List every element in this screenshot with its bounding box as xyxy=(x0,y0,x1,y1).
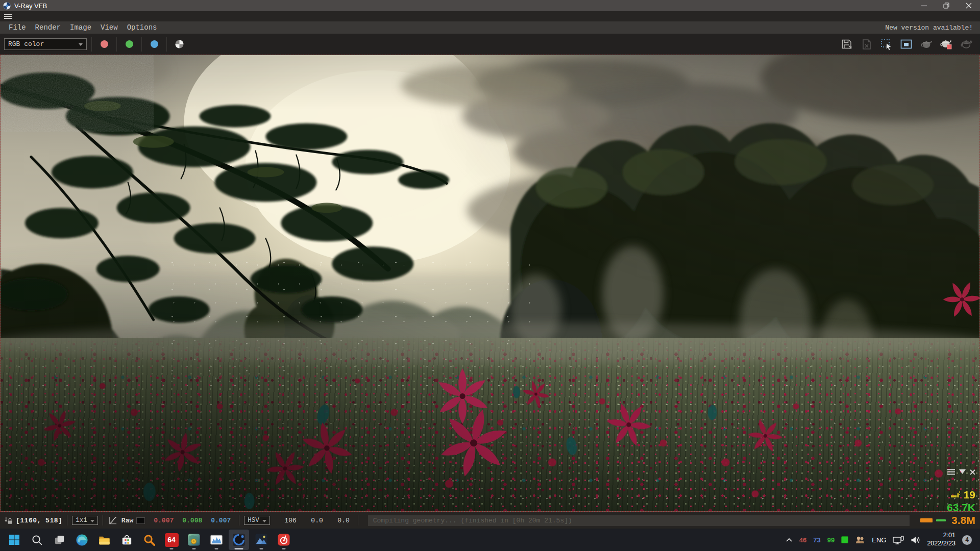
menu-render[interactable]: Render xyxy=(31,23,65,32)
orange-magnifier-icon xyxy=(143,534,156,546)
menu-file[interactable]: File xyxy=(4,23,31,32)
windows-taskbar: 64 xyxy=(0,529,980,551)
system-tray: 46 73 99 ENG 2:01 2022/2/23 4 xyxy=(786,532,976,547)
stats-close-icon[interactable] xyxy=(970,469,975,475)
monitor-app-button[interactable] xyxy=(206,530,227,550)
channel-select-value: RGB color xyxy=(8,40,44,48)
taskbar-clock[interactable]: 2:01 2022/2/23 xyxy=(927,532,955,547)
cinema4d-icon xyxy=(232,533,246,546)
blue-channel-icon xyxy=(151,40,158,48)
stats-meter-icon xyxy=(951,491,960,498)
search-tool-button[interactable] xyxy=(139,530,159,550)
stats-row-3: 3.8M xyxy=(920,514,975,527)
title-bar: V-Ray VFB xyxy=(0,0,980,11)
raw-green-value: 0.008 xyxy=(181,517,202,524)
teapot-disabled-icon xyxy=(920,39,933,50)
task-view-icon xyxy=(54,534,65,546)
pixel-coordinates: [1160, 518] xyxy=(16,517,62,524)
clock-time: 2:01 xyxy=(927,532,955,540)
task-view-button[interactable] xyxy=(49,530,69,550)
menu-view[interactable]: View xyxy=(96,23,122,32)
minimize-button[interactable] xyxy=(913,0,935,11)
badge-app-icon xyxy=(187,533,201,546)
stats-row-1: 19 xyxy=(951,488,975,501)
interactive-render-button[interactable] xyxy=(959,37,973,51)
vray-vfb-window: V-Ray VFB File Render Image View Options… xyxy=(0,0,980,551)
save-disabled-button[interactable] xyxy=(860,37,873,51)
chevron-down-icon xyxy=(262,520,266,524)
checkered-sphere-icon xyxy=(175,40,184,48)
green-channel-button[interactable] xyxy=(121,37,137,52)
new-version-notice[interactable]: New version available! xyxy=(885,24,976,32)
orange-bar-icon xyxy=(920,518,933,522)
taskbar-search-button[interactable] xyxy=(27,530,47,550)
edge-icon xyxy=(76,534,88,546)
stats-value-2: 63.7K xyxy=(947,502,975,514)
toolbar: RGB color xyxy=(0,34,980,55)
tray-green-square-icon[interactable] xyxy=(841,536,848,543)
photos-icon xyxy=(255,533,268,546)
zoom-value: 1x1 xyxy=(76,517,87,524)
statusbar-separator xyxy=(67,515,67,525)
render-button[interactable] xyxy=(939,37,953,51)
menu-options[interactable]: Options xyxy=(122,23,162,32)
region-render-button[interactable] xyxy=(899,37,913,51)
status-bar: [1160, 518] 1x1 Raw 0.007 0.008 0.007 HS… xyxy=(0,512,980,529)
save-image-button[interactable] xyxy=(840,37,853,51)
curve-icon[interactable] xyxy=(108,516,117,525)
app-64-button[interactable]: 64 xyxy=(161,530,182,550)
zoom-select-dropdown[interactable]: 1x1 xyxy=(72,516,98,525)
cinema4d-button[interactable] xyxy=(229,530,249,550)
green-bar-icon xyxy=(936,519,946,521)
tray-stat-blue[interactable]: 73 xyxy=(813,536,820,544)
stats-panel-controls xyxy=(947,469,975,475)
language-indicator[interactable]: ENG xyxy=(872,536,886,544)
window-title: V-Ray VFB xyxy=(14,2,47,10)
store-icon xyxy=(120,534,133,546)
tray-stat-red[interactable]: 46 xyxy=(799,536,806,544)
tray-stat-green[interactable]: 99 xyxy=(827,536,835,544)
tray-people-icon[interactable] xyxy=(855,536,865,544)
vfb-header-strip xyxy=(0,11,980,21)
restore-button[interactable] xyxy=(935,0,958,11)
pixel-pin-icon[interactable] xyxy=(4,516,13,525)
value-value: 0.0 xyxy=(331,517,350,524)
microsoft-store-button[interactable] xyxy=(116,530,137,550)
taskbar-apps: 64 xyxy=(4,530,294,550)
app-64-icon: 64 xyxy=(165,533,179,547)
pixel-inspect-button[interactable] xyxy=(879,37,893,51)
colorspace-value: HSV xyxy=(248,517,259,524)
mono-channel-button[interactable] xyxy=(172,37,187,52)
display-cast-icon[interactable] xyxy=(893,536,904,544)
stats-menu-icon[interactable] xyxy=(947,469,955,475)
render-viewport[interactable] xyxy=(0,55,980,512)
file-explorer-button[interactable] xyxy=(94,530,114,550)
stats-collapse-icon[interactable] xyxy=(959,469,966,474)
start-button[interactable] xyxy=(4,530,24,550)
close-button[interactable] xyxy=(958,0,980,11)
chevron-down-icon xyxy=(79,43,83,48)
render-progress-text: Compiling geometry... (finished in [0h 2… xyxy=(373,517,572,524)
hamburger-menu-icon[interactable] xyxy=(3,12,13,20)
speaker-icon[interactable] xyxy=(911,536,920,544)
folder-icon xyxy=(98,534,111,546)
photos-app-button[interactable] xyxy=(251,530,272,550)
render-progress-bar: Compiling geometry... (finished in [0h 2… xyxy=(368,515,910,526)
toolbar-separator xyxy=(116,37,117,52)
channel-select-dropdown[interactable]: RGB color xyxy=(4,38,87,50)
windows-logo-icon xyxy=(8,534,20,546)
edge-browser-button[interactable] xyxy=(71,530,92,550)
menu-image[interactable]: Image xyxy=(65,23,96,32)
music-app-button[interactable] xyxy=(274,530,294,550)
blue-channel-button[interactable] xyxy=(146,37,162,52)
clock-date: 2022/2/23 xyxy=(927,540,955,548)
media-app-button[interactable] xyxy=(184,530,204,550)
notification-badge[interactable]: 4 xyxy=(962,535,972,545)
tray-chevron-up-icon[interactable] xyxy=(786,537,793,542)
render-last-button[interactable] xyxy=(919,37,933,51)
stats-value-3: 3.8M xyxy=(951,514,975,527)
chart-app-icon xyxy=(210,533,223,546)
colorspace-select-dropdown[interactable]: HSV xyxy=(244,516,270,525)
window-controls xyxy=(913,0,980,11)
red-channel-button[interactable] xyxy=(96,37,112,52)
